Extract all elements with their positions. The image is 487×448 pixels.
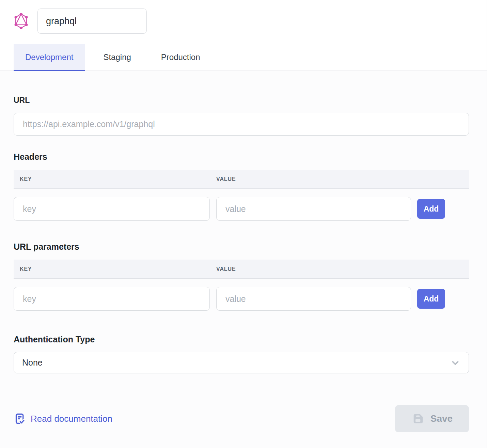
url-input[interactable]: [14, 113, 469, 136]
url-parameters-new-entry-row: Add: [14, 287, 469, 311]
page-header: Development Staging Production: [0, 0, 487, 71]
headers-value-input[interactable]: [216, 197, 411, 221]
floppy-disk-icon: [411, 412, 425, 426]
url-parameters-table-header: KEY VALUE: [14, 260, 469, 279]
environment-tabs: Development Staging Production: [14, 44, 487, 71]
headers-add-button[interactable]: Add: [417, 199, 445, 219]
chevron-down-icon: [450, 358, 460, 368]
datasource-name-input[interactable]: [37, 9, 147, 34]
graphql-logo-icon: [14, 13, 29, 30]
url-parameters-value-column-header: VALUE: [216, 266, 469, 272]
url-parameters-section-title: URL parameters: [14, 242, 469, 252]
form-footer: Read documentation Save: [0, 373, 487, 432]
datasource-name-row: [0, 9, 487, 34]
document-check-icon: [14, 412, 26, 425]
save-button-label: Save: [430, 413, 453, 424]
authentication-type-selected-value: None: [22, 358, 43, 368]
tab-production[interactable]: Production: [150, 44, 212, 71]
headers-key-input[interactable]: [14, 197, 210, 221]
url-parameters-key-column-header: KEY: [14, 266, 216, 272]
headers-value-column-header: VALUE: [216, 176, 469, 182]
headers-new-entry-row: Add: [14, 197, 469, 221]
tab-development[interactable]: Development: [14, 44, 85, 71]
tab-staging[interactable]: Staging: [92, 44, 142, 71]
datasource-settings-page: Development Staging Production URL Heade…: [0, 0, 487, 448]
environment-form: URL Headers KEY VALUE Add URL parameters…: [0, 71, 487, 373]
save-button[interactable]: Save: [395, 405, 469, 432]
url-parameters-key-input[interactable]: [14, 287, 210, 311]
authentication-type-select[interactable]: None: [14, 352, 469, 373]
url-label: URL: [14, 96, 469, 105]
authentication-type-label: Authentication Type: [14, 335, 469, 344]
url-parameters-add-button[interactable]: Add: [417, 289, 445, 309]
read-documentation-label: Read documentation: [31, 414, 112, 424]
url-parameters-value-input[interactable]: [216, 287, 411, 311]
read-documentation-link[interactable]: Read documentation: [14, 412, 112, 425]
headers-table-header: KEY VALUE: [14, 170, 469, 189]
headers-key-column-header: KEY: [14, 176, 216, 182]
headers-section-title: Headers: [14, 152, 469, 162]
